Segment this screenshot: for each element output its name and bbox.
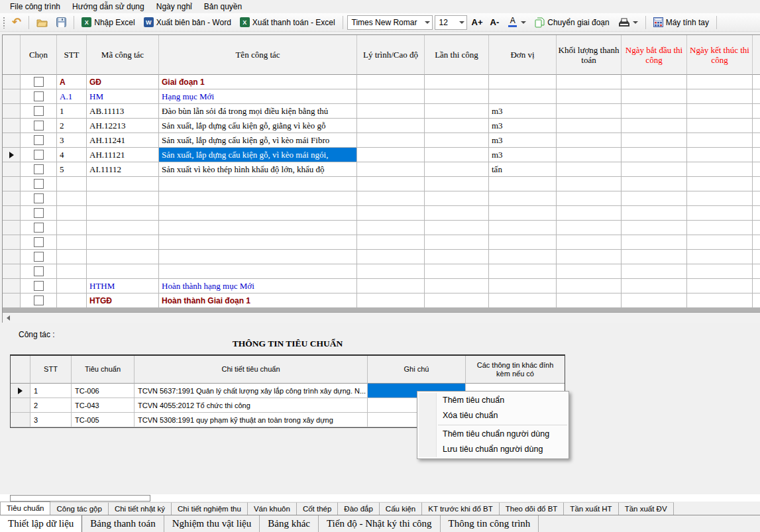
cell-lan-thi-cong[interactable] [425,191,489,206]
cell-ngay-ket-thuc[interactable] [687,206,753,221]
cell-lan-thi-cong[interactable] [425,119,489,133]
xuat-bien-ban-word-button[interactable]: W Xuất biên bản - Word [140,15,235,29]
row-checkbox[interactable] [34,266,44,276]
cell-ly-trinh[interactable] [357,235,425,250]
tab-outer-bảng-thanh-toán[interactable]: Bảng thanh toán [82,515,164,532]
cell-chon[interactable] [21,75,57,89]
cell-ten-cong-tac[interactable] [159,264,357,279]
cell-khoi-luong[interactable] [557,104,622,119]
cell-ngay-bat-dau[interactable] [622,75,687,89]
row-header-cell[interactable] [3,148,21,162]
may-tinh-tay-button[interactable]: Máy tính tay [650,15,712,29]
context-menu-item-1[interactable]: Xóa tiêu chuẩn [417,408,569,423]
cell-chon[interactable] [21,235,57,250]
cell-stt[interactable]: 1 [57,104,87,119]
cell-ma-cong-tac[interactable] [87,250,159,264]
cell-ngay-ket-thuc[interactable] [687,221,753,235]
tab-inner-cốt-thép[interactable]: Cốt thép [297,502,338,515]
horizontal-scrollbar[interactable] [3,313,760,323]
tab-outer-thiết-lập-dữ-liệu[interactable]: Thiết lập dữ liệu [0,515,82,532]
row-checkbox[interactable] [34,223,44,233]
row-header-cell[interactable] [3,133,21,148]
tab-inner-cấu-kiện[interactable]: Cấu kiện [380,502,422,515]
cell-ly-trinh[interactable] [357,119,425,133]
cell-lan-thi-cong[interactable] [425,250,489,264]
cell-tieu-chuan[interactable]: TC-006 [72,384,135,398]
cell-ngay-bat-dau[interactable] [622,250,687,264]
cell-ngay-ket-thuc[interactable] [687,104,753,119]
cell-khoi-luong[interactable] [557,177,622,191]
cell-stt[interactable]: 3 [30,413,72,427]
cell-ngay-ket-thuc[interactable] [687,191,753,206]
cell-chon[interactable] [21,206,57,221]
row-checkbox[interactable] [34,91,44,101]
tab-inner-chi-tiết-nhật-ký[interactable]: Chi tiết nhật ký [109,502,172,515]
cell-ngay-bat-dau[interactable] [622,89,687,104]
cell-ngay-bat-dau[interactable] [622,148,687,162]
cell-ten-cong-tac[interactable] [159,206,357,221]
cell-ly-trinh[interactable] [357,177,425,191]
tab-inner-kt-trước-khi-đổ-bt[interactable]: KT trước khi đổ BT [422,502,499,515]
tab-inner-tiêu-chuẩn[interactable]: Tiêu chuẩn [0,502,50,515]
cell-stt[interactable] [57,279,87,293]
cell-ma-cong-tac[interactable]: AB.11113 [87,104,159,119]
cell-khoi-luong[interactable] [557,119,622,133]
cell-don-vi[interactable] [489,89,557,104]
cell-khoi-luong[interactable] [557,89,622,104]
cell-chon[interactable] [21,191,57,206]
cell-ten-cong-tac[interactable]: Hạng mục Mới [159,89,357,104]
row-header-cell[interactable] [3,264,21,279]
cell-ten-cong-tac[interactable]: Sản xuất, lắp dựng cấu kiện gỗ, giằng vì… [159,119,357,133]
cell-don-vi[interactable] [489,235,557,250]
cell-don-vi[interactable] [489,250,557,264]
tab-inner-ván-khuôn[interactable]: Ván khuôn [248,502,297,515]
scrollbar-thumb[interactable] [10,495,150,502]
cell-stt[interactable] [57,235,87,250]
cell-chon[interactable] [21,221,57,235]
row-checkbox[interactable] [34,164,44,174]
save-button[interactable] [53,15,70,29]
cell-ma-cong-tac[interactable] [87,264,159,279]
cell-ngay-bat-dau[interactable] [622,162,687,177]
menu-item-3[interactable]: Bản quyền [198,1,248,13]
cell-ngay-bat-dau[interactable] [622,235,687,250]
cell-ly-trinh[interactable] [357,148,425,162]
cell-ngay-ket-thuc[interactable] [687,235,753,250]
tab-outer-bảng-khác[interactable]: Bảng khác [260,515,319,532]
cell-ngay-bat-dau[interactable] [622,221,687,235]
tab-inner-đào-đắp[interactable]: Đào đắp [338,502,379,515]
tab-inner-tần-xuất-ht[interactable]: Tần xuất HT [564,502,618,515]
cell-tieu-chuan[interactable]: TC-043 [72,398,135,413]
cell-don-vi[interactable]: m3 [489,104,557,119]
row-header-cell[interactable] [3,235,21,250]
cell-khoi-luong[interactable] [557,250,622,264]
standards-column-header[interactable]: STT [30,356,72,384]
cell-chon[interactable] [21,148,57,162]
cell-ngay-bat-dau[interactable] [622,191,687,206]
row-checkbox[interactable] [34,193,44,203]
cell-khoi-luong[interactable] [557,206,622,221]
cell-ly-trinh[interactable] [357,206,425,221]
cell-ngay-ket-thuc[interactable] [687,250,753,264]
cell-stt[interactable] [57,191,87,206]
main-grid-column-header[interactable]: Ngày bắt đầu thi công [622,35,687,75]
cell-ly-trinh[interactable] [357,279,425,293]
cell-stt[interactable]: A.1 [57,89,87,104]
cell-khoi-luong[interactable] [557,279,622,293]
cell-don-vi[interactable]: m3 [489,133,557,148]
cell-ma-cong-tac[interactable] [87,206,159,221]
row-checkbox[interactable] [34,252,44,262]
tab-inner-theo-dõi-đổ-bt[interactable]: Theo dõi đổ BT [500,502,565,515]
cell-ma-cong-tac[interactable]: AH.11121 [87,148,159,162]
cell-khoi-luong[interactable] [557,293,622,308]
main-grid-column-header[interactable]: Khối lượng thanh toán [557,35,622,75]
cell-khoi-luong[interactable] [557,75,622,89]
cell-chon[interactable] [21,177,57,191]
cell-stt[interactable]: 2 [57,119,87,133]
cell-chi-tiet[interactable]: TCVN 5308:1991 quy phạm kỹ thuật an toàn… [135,413,368,427]
font-color-button[interactable]: A [504,15,529,30]
row-header-cell[interactable] [3,191,21,206]
row-header-cell[interactable] [3,293,21,308]
cell-ly-trinh[interactable] [357,191,425,206]
cell-khoi-luong[interactable] [557,264,622,279]
